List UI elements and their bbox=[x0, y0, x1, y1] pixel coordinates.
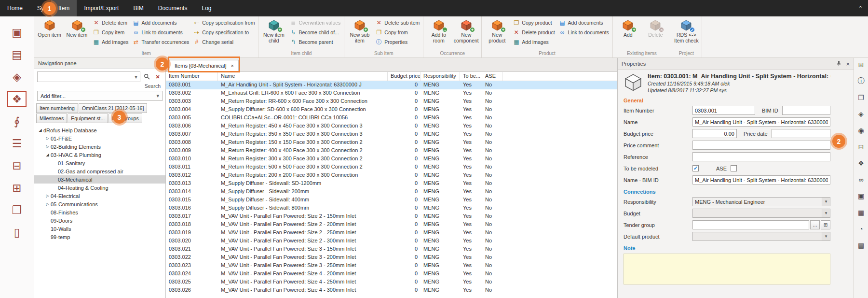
orders-icon[interactable]: ⊟ bbox=[7, 157, 27, 174]
tree-item-drofus-help-database[interactable]: ◢dRofus Help Database bbox=[34, 126, 165, 134]
menu-item-home[interactable]: Home bbox=[0, 0, 30, 16]
grid-icon[interactable]: ⊞ bbox=[7, 180, 27, 196]
table-row[interactable]: 0303.015M_Supply Diffuser - Sidewall: 40… bbox=[166, 196, 617, 204]
price-date-field[interactable] bbox=[772, 129, 830, 138]
search-dropdown-icon[interactable]: ▾ bbox=[132, 74, 140, 80]
attachments-paperclip-icon[interactable]: ∮ bbox=[7, 113, 27, 129]
room-data-cube-icon[interactable]: ◈ bbox=[7, 69, 27, 85]
search-input[interactable]: ▾ bbox=[37, 71, 140, 82]
table-row[interactable]: 0303.008M_Return Register: 150 x 150 Fac… bbox=[166, 139, 617, 147]
copy-from-button[interactable]: ❐Copy from bbox=[373, 28, 421, 37]
menu-item-documents[interactable]: Documents bbox=[151, 0, 195, 16]
rds-item-check-button[interactable]: ✓RDS <-> Item check bbox=[673, 17, 700, 49]
copy-sheet-icon[interactable]: ❐ bbox=[857, 93, 866, 102]
table-row[interactable]: 0303.011M_Return Register: 500 x 500 Fac… bbox=[166, 163, 617, 171]
database-icon[interactable]: ☰ bbox=[7, 135, 27, 152]
report-icon[interactable]: ▤ bbox=[857, 241, 866, 250]
info-icon[interactable]: ⓘ bbox=[857, 77, 866, 85]
tree-collapsed-icon[interactable]: ▷ bbox=[44, 202, 51, 206]
search-button[interactable] bbox=[142, 72, 151, 82]
delete-product-button[interactable]: ✕Delete product bbox=[511, 28, 556, 37]
add-to-room-button[interactable]: →Add to room bbox=[425, 17, 452, 49]
tree-item-04-heating-cooling[interactable]: 04-Heating & Cooling bbox=[34, 184, 165, 192]
tree-item-04-electrical[interactable]: ▷04-Electrical bbox=[34, 192, 165, 200]
table-row[interactable]: 0303.024M_VAV Unit - Parallel Fan Powere… bbox=[166, 270, 617, 278]
properties-button[interactable]: ⓘProperties bbox=[373, 37, 421, 47]
delete-sub-item-button[interactable]: ✕Delete sub item bbox=[373, 18, 421, 28]
new-item-button[interactable]: +New item bbox=[63, 17, 91, 49]
items-module-icon[interactable]: ❖ bbox=[7, 91, 27, 107]
note-textarea[interactable] bbox=[624, 254, 830, 284]
budget-price-field[interactable] bbox=[692, 129, 737, 138]
tree-item-08-finishes[interactable]: 08-Finishes bbox=[34, 208, 165, 216]
image-icon[interactable]: ▦ bbox=[857, 208, 866, 217]
table-row[interactable]: 0303.002M_Exhaust Grill: ER-600 x 600 Fa… bbox=[166, 89, 617, 98]
copy-product-button[interactable]: ❐Copy product bbox=[511, 18, 556, 28]
overwritten-values-button[interactable]: ≣Overwritten values bbox=[287, 18, 342, 28]
rooms-icon[interactable]: ▣ bbox=[7, 24, 27, 41]
link-icon[interactable]: ∞ bbox=[857, 175, 866, 184]
to-be-modeled-checkbox[interactable]: ✓ bbox=[692, 165, 699, 171]
table-row[interactable]: 0303.021M_VAV Unit - Parallel Fan Powere… bbox=[166, 245, 617, 254]
table-row[interactable]: 0303.017M_VAV Unit - Parallel Fan Powere… bbox=[166, 213, 617, 221]
tree-item-03-mechanical[interactable]: 03-Mechanical bbox=[34, 175, 165, 184]
table-row[interactable]: 0303.004M_Supply Diffuser: SD-600 x 600 … bbox=[166, 106, 617, 114]
table-row[interactable]: 0303.010M_Return Register: 300 x 300 Fac… bbox=[166, 155, 617, 163]
bim-id-field[interactable] bbox=[782, 106, 830, 115]
column-header-item-number[interactable]: Item Number bbox=[166, 72, 218, 81]
room-layers-icon[interactable]: ▤ bbox=[7, 46, 27, 63]
tender-group-browse-button[interactable]: … bbox=[810, 220, 820, 229]
tender-group-grid-button[interactable]: ⊞ bbox=[821, 220, 830, 229]
tree-collapsed-icon[interactable]: ▷ bbox=[44, 136, 51, 141]
become-child-of-button[interactable]: ↳Become child of... bbox=[287, 28, 342, 37]
table-row[interactable]: 0303.001M_Air Handling Unit - Split Syst… bbox=[166, 81, 617, 89]
new-product-button[interactable]: +New product bbox=[483, 17, 511, 49]
table-row[interactable]: 0303.020M_VAV Unit - Parallel Fan Powere… bbox=[166, 237, 617, 245]
reference-field[interactable] bbox=[692, 152, 830, 161]
table-row[interactable]: 0303.019M_VAV Unit - Parallel Fan Powere… bbox=[166, 229, 617, 237]
table-row[interactable]: 0303.014M_Supply Diffuser - Sidewall: 20… bbox=[166, 188, 617, 196]
filter-tab-item-numbering[interactable]: Item numbering bbox=[36, 103, 78, 113]
link-to-documents-button[interactable]: ∞Link to documents bbox=[557, 28, 611, 37]
add-filter-dropdown[interactable]: Add filter... ▾ bbox=[37, 91, 163, 101]
tree-item-01-sanitary[interactable]: 01-Sanitary bbox=[34, 159, 165, 167]
tree-collapsed-icon[interactable]: ▷ bbox=[44, 144, 51, 149]
column-header-responsibility[interactable]: Responsibility bbox=[420, 72, 460, 81]
column-header-ase[interactable]: ASE bbox=[482, 72, 502, 81]
column-header-budget-price[interactable]: Budget price bbox=[388, 72, 420, 81]
tree-item-03-hvac-plumbing[interactable]: ◢03-HVAC & Plumbing bbox=[34, 151, 165, 159]
default-product-select[interactable]: ▾ bbox=[692, 232, 830, 241]
table-row[interactable]: 0303.018M_VAV Unit - Parallel Fan Powere… bbox=[166, 221, 617, 229]
target-icon[interactable]: ◉ bbox=[857, 126, 866, 135]
book-icon[interactable]: ❐ bbox=[7, 202, 27, 218]
copy-specification-from-button[interactable]: ⇠Copy specification from bbox=[191, 18, 257, 28]
new-item-child-button[interactable]: +New item child bbox=[260, 17, 287, 49]
change-serial-button[interactable]: #Change serial bbox=[191, 37, 257, 47]
tree-expanded-icon[interactable]: ◢ bbox=[37, 128, 43, 132]
cube-icon[interactable]: ◈ bbox=[857, 110, 866, 118]
search-link[interactable]: Search bbox=[39, 83, 161, 89]
price-comment-field[interactable] bbox=[692, 141, 830, 150]
clear-search-button[interactable]: ✕ bbox=[153, 72, 163, 82]
name-field[interactable] bbox=[692, 117, 830, 127]
table-row[interactable]: 0303.009M_Return Register: 400 x 400 Fac… bbox=[166, 147, 617, 155]
tree-item-10-walls[interactable]: 10-Walls bbox=[34, 225, 165, 233]
table-row[interactable]: 0303.007M_Return Register: 350 x 350 Fac… bbox=[166, 130, 617, 139]
table-row[interactable]: 0303.003M_Return Register: RR-600 x 600 … bbox=[166, 98, 617, 106]
column-header-to-be[interactable]: To be... bbox=[460, 72, 482, 81]
table-row[interactable]: 0303.026M_VAV Unit - Parallel Fan Powere… bbox=[166, 286, 617, 295]
pin-icon[interactable] bbox=[836, 60, 841, 68]
printer-icon[interactable]: ⊟ bbox=[857, 142, 866, 151]
history-clock-icon[interactable]: ◔ bbox=[857, 225, 866, 233]
table-row[interactable]: 0303.005COLIBRI-CCa+ALSc--OR-0001: COLIB… bbox=[166, 114, 617, 122]
table-row[interactable]: 0303.016M_Supply Diffuser - Sidewall: 80… bbox=[166, 204, 617, 213]
name-bim-id-field[interactable] bbox=[692, 175, 830, 184]
ribbon-collapse-chevron-icon[interactable]: ⌃ bbox=[858, 0, 863, 16]
component-icon[interactable]: ❖ bbox=[857, 159, 866, 168]
table-row[interactable]: 0303.013M_Supply Diffuser - Sidewall: SD… bbox=[166, 180, 617, 188]
close-icon[interactable]: × bbox=[846, 60, 850, 68]
menu-item-bim[interactable]: BIM bbox=[126, 0, 150, 16]
item-number-field[interactable] bbox=[692, 106, 755, 115]
add-images-button[interactable]: ▦Add images bbox=[91, 37, 130, 47]
menu-item-log[interactable]: Log bbox=[194, 0, 218, 16]
